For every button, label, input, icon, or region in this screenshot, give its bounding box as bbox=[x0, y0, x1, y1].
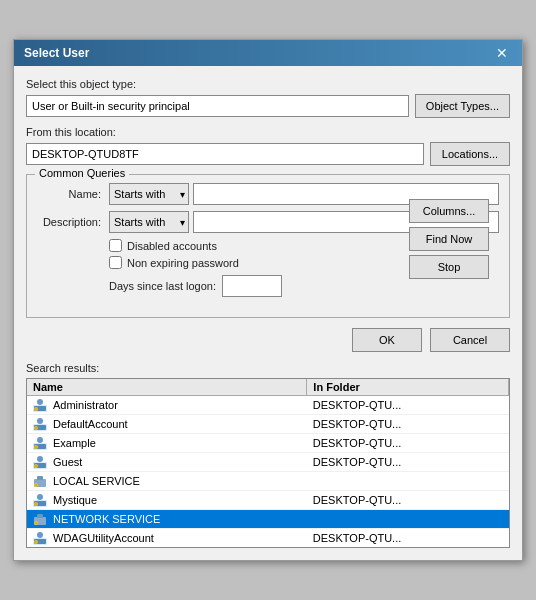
location-input[interactable] bbox=[26, 143, 424, 165]
description-filter-select[interactable]: Starts with bbox=[109, 211, 189, 233]
locations-button[interactable]: Locations... bbox=[430, 142, 510, 166]
result-folder-cell: DESKTOP-QTU... bbox=[307, 434, 509, 453]
svg-point-1 bbox=[37, 399, 43, 405]
result-name-cell: Example bbox=[27, 434, 307, 453]
result-name-cell: Guest bbox=[27, 453, 307, 472]
results-table: Name In Folder AdministratorDESKTOP-QTU.… bbox=[27, 379, 509, 548]
result-name-cell: LOCAL SERVICE bbox=[27, 472, 307, 491]
result-name-text: DefaultAccount bbox=[53, 418, 128, 430]
result-name-text: WDAGUtilityAccount bbox=[53, 532, 154, 544]
table-row[interactable]: DefaultAccountDESKTOP-QTU... bbox=[27, 415, 509, 434]
table-row[interactable]: AdministratorDESKTOP-QTU... bbox=[27, 396, 509, 415]
common-queries-group: Common Queries Name: Starts with Descrip… bbox=[26, 174, 510, 318]
user-icon bbox=[33, 398, 49, 412]
location-row: Locations... bbox=[26, 142, 510, 166]
service-icon bbox=[33, 474, 49, 488]
result-folder-cell bbox=[307, 510, 509, 529]
table-row[interactable]: MystiqueDESKTOP-QTU... bbox=[27, 491, 509, 510]
location-label: From this location: bbox=[26, 126, 510, 138]
svg-point-32 bbox=[35, 522, 37, 524]
days-input[interactable] bbox=[222, 275, 282, 297]
days-label: Days since last logon: bbox=[109, 280, 216, 292]
title-bar: Select User ✕ bbox=[14, 40, 522, 66]
common-queries-inner: Name: Starts with Description: Starts wi… bbox=[37, 183, 499, 307]
object-type-label: Select this object type: bbox=[26, 78, 510, 90]
result-folder-cell: DESKTOP-QTU... bbox=[307, 396, 509, 415]
svg-point-14 bbox=[35, 446, 37, 448]
service-icon bbox=[33, 512, 49, 526]
query-actions: Columns... Find Now Stop bbox=[409, 199, 489, 279]
object-types-button[interactable]: Object Types... bbox=[415, 94, 510, 118]
table-header-row: Name In Folder bbox=[27, 379, 509, 396]
svg-rect-30 bbox=[37, 514, 43, 518]
find-now-button[interactable]: Find Now bbox=[409, 227, 489, 251]
result-name-cell: WDAGUtilityAccount bbox=[27, 529, 307, 548]
svg-point-9 bbox=[35, 427, 37, 429]
table-row[interactable]: GuestDESKTOP-QTU... bbox=[27, 453, 509, 472]
dialog-body: Select this object type: Object Types...… bbox=[14, 66, 522, 560]
non-expiring-checkbox[interactable] bbox=[109, 256, 122, 269]
columns-button[interactable]: Columns... bbox=[409, 199, 489, 223]
results-table-wrapper[interactable]: Name In Folder AdministratorDESKTOP-QTU.… bbox=[26, 378, 510, 548]
disabled-accounts-label: Disabled accounts bbox=[127, 240, 217, 252]
svg-point-37 bbox=[35, 541, 37, 543]
result-folder-cell: DESKTOP-QTU... bbox=[307, 453, 509, 472]
result-name-cell: Mystique bbox=[27, 491, 307, 510]
dialog-title: Select User bbox=[24, 46, 89, 60]
table-row[interactable]: WDAGUtilityAccountDESKTOP-QTU... bbox=[27, 529, 509, 548]
column-folder[interactable]: In Folder bbox=[307, 379, 509, 396]
svg-point-23 bbox=[35, 484, 37, 486]
description-label: Description: bbox=[37, 216, 105, 228]
svg-point-28 bbox=[35, 503, 37, 505]
user-icon bbox=[33, 436, 49, 450]
cancel-button[interactable]: Cancel bbox=[430, 328, 510, 352]
non-expiring-label: Non expiring password bbox=[127, 257, 239, 269]
svg-point-16 bbox=[37, 456, 43, 462]
name-label: Name: bbox=[37, 188, 105, 200]
result-name-text: Administrator bbox=[53, 399, 118, 411]
result-name-text: Mystique bbox=[53, 494, 97, 506]
user-icon bbox=[33, 455, 49, 469]
results-tbody: AdministratorDESKTOP-QTU... DefaultAccou… bbox=[27, 396, 509, 548]
result-name-text: Example bbox=[53, 437, 96, 449]
common-queries-tab[interactable]: Common Queries bbox=[35, 167, 129, 179]
svg-point-34 bbox=[37, 532, 43, 538]
result-folder-cell: DESKTOP-QTU... bbox=[307, 529, 509, 548]
result-name-cell: Administrator bbox=[27, 396, 307, 415]
column-name[interactable]: Name bbox=[27, 379, 307, 396]
ok-button[interactable]: OK bbox=[352, 328, 422, 352]
user-icon bbox=[33, 417, 49, 431]
name-filter-select[interactable]: Starts with bbox=[109, 183, 189, 205]
result-folder-cell: DESKTOP-QTU... bbox=[307, 415, 509, 434]
bottom-buttons: OK Cancel bbox=[26, 328, 510, 352]
name-filter-wrapper: Starts with bbox=[109, 183, 189, 205]
table-row[interactable]: LOCAL SERVICE bbox=[27, 472, 509, 491]
search-results-label: Search results: bbox=[26, 362, 510, 374]
description-filter-wrapper: Starts with bbox=[109, 211, 189, 233]
svg-point-6 bbox=[37, 418, 43, 424]
user-icon bbox=[33, 493, 49, 507]
result-folder-cell: DESKTOP-QTU... bbox=[307, 491, 509, 510]
result-name-cell: DefaultAccount bbox=[27, 415, 307, 434]
select-user-dialog: Select User ✕ Select this object type: O… bbox=[13, 39, 523, 561]
svg-point-4 bbox=[35, 408, 37, 410]
svg-point-19 bbox=[35, 465, 37, 467]
table-row[interactable]: NETWORK SERVICE bbox=[27, 510, 509, 529]
result-name-text: NETWORK SERVICE bbox=[53, 513, 160, 525]
close-button[interactable]: ✕ bbox=[492, 46, 512, 60]
user-icon bbox=[33, 531, 49, 545]
svg-point-11 bbox=[37, 437, 43, 443]
result-name-text: LOCAL SERVICE bbox=[53, 475, 140, 487]
disabled-accounts-checkbox[interactable] bbox=[109, 239, 122, 252]
result-name-text: Guest bbox=[53, 456, 82, 468]
svg-point-25 bbox=[37, 494, 43, 500]
svg-rect-21 bbox=[37, 476, 43, 480]
result-folder-cell bbox=[307, 472, 509, 491]
result-name-cell: NETWORK SERVICE bbox=[27, 510, 307, 529]
stop-button[interactable]: Stop bbox=[409, 255, 489, 279]
object-type-input[interactable] bbox=[26, 95, 409, 117]
object-type-row: Object Types... bbox=[26, 94, 510, 118]
table-row[interactable]: ExampleDESKTOP-QTU... bbox=[27, 434, 509, 453]
